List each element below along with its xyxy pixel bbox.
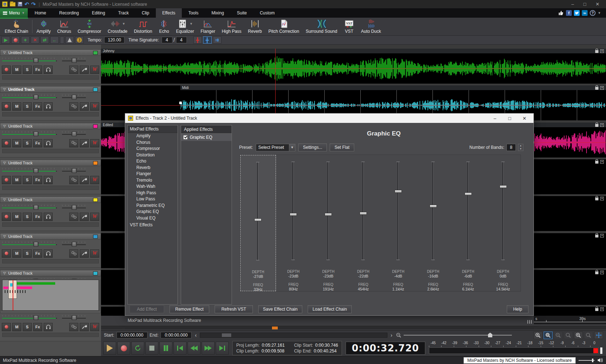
mute-button[interactable]: M: [12, 139, 21, 147]
lock-icon[interactable]: [595, 308, 598, 311]
eq-band[interactable]: DEPTH -4dB FREQ 1.1kHz: [381, 155, 416, 291]
equalizer[interactable]: ▼ Equalizer: [173, 18, 197, 35]
speaker-icon[interactable]: [597, 358, 603, 363]
volume-slider[interactable]: [2, 315, 57, 320]
monitor-button[interactable]: [44, 139, 53, 147]
toolbar-button[interactable]: 3: [75, 36, 84, 44]
eq-slider-handle[interactable]: [325, 213, 332, 216]
solo-button[interactable]: S: [23, 66, 32, 74]
refresh-vst-button[interactable]: Refresh VST: [215, 305, 253, 313]
chevron-down-icon[interactable]: ▼: [598, 11, 601, 15]
waveform-view-button[interactable]: W: [90, 249, 99, 258]
load-effect-chain-button[interactable]: Load Effect Chain: [308, 305, 352, 313]
volume-slider-handle[interactable]: [33, 95, 39, 99]
compressor[interactable]: Compressor: [74, 18, 104, 35]
volume-slider[interactable]: [2, 94, 57, 99]
pan-slider[interactable]: [62, 315, 86, 320]
remove-icon[interactable]: ✕: [600, 307, 604, 311]
effects-list-item[interactable]: Reverb: [128, 165, 177, 171]
track-title-bar[interactable]: ▽ Untitled Track: [0, 233, 101, 240]
arm-record-button[interactable]: [2, 66, 11, 74]
track-tools-button[interactable]: [80, 323, 89, 331]
effects-list-item[interactable]: Chorus: [128, 139, 177, 146]
toolbar-button[interactable]: +: [21, 36, 30, 44]
menu-tab[interactable]: Editing: [85, 8, 112, 18]
volume-slider-handle[interactable]: [33, 315, 39, 320]
lock-icon[interactable]: [595, 235, 598, 238]
track-title-bar[interactable]: ▽ Untitled Track: [0, 49, 101, 56]
effects-list-item[interactable]: Wah-Wah: [128, 183, 177, 190]
menu-tab[interactable]: Clip: [135, 8, 156, 18]
record-button[interactable]: [117, 342, 130, 355]
flanger[interactable]: Flanger: [197, 18, 219, 35]
undo-icon[interactable]: ↶: [25, 1, 29, 8]
toolbar-button[interactable]: ⇄: [40, 36, 49, 44]
time-signature-numerator[interactable]: 4: [162, 37, 172, 43]
number-of-bands-field[interactable]: 8: [506, 144, 516, 151]
pan-slider-handle[interactable]: [71, 168, 77, 173]
surround-sound[interactable]: Surround Sound: [302, 18, 340, 35]
track-settings-button[interactable]: [69, 323, 78, 331]
close-button[interactable]: ✕: [596, 1, 600, 7]
collapse-icon[interactable]: ▽: [3, 88, 6, 91]
monitor-button[interactable]: [44, 176, 53, 184]
volume-slider-handle[interactable]: [33, 168, 39, 173]
add-effect-button[interactable]: Add Effect: [129, 305, 164, 313]
chevron-down-icon[interactable]: ▼: [289, 144, 295, 151]
pan-slider[interactable]: [62, 241, 86, 247]
eq-band[interactable]: DEPTH -27dB FREQ 33Hz: [240, 155, 276, 291]
chorus[interactable]: Chorus: [54, 18, 75, 35]
collapse-icon[interactable]: ▽: [3, 198, 6, 201]
pan-slider-handle[interactable]: [71, 205, 77, 210]
volume-slider[interactable]: [2, 131, 57, 136]
eq-slider-handle[interactable]: [360, 212, 367, 215]
pan-slider[interactable]: [62, 205, 86, 210]
rewind-button[interactable]: [188, 342, 201, 355]
mute-button[interactable]: M: [12, 213, 21, 221]
zoom-slider[interactable]: [404, 333, 512, 338]
arm-record-button[interactable]: [2, 213, 11, 221]
effects-list-item[interactable]: Amplify: [128, 133, 177, 139]
menu-tab[interactable]: Home: [28, 8, 53, 18]
effects-list-item[interactable]: Compressor: [128, 146, 177, 152]
collapse-icon[interactable]: ▽: [3, 51, 6, 54]
mute-button[interactable]: M: [12, 66, 21, 74]
solo-button[interactable]: S: [23, 249, 32, 258]
volume-slider[interactable]: [2, 58, 57, 63]
timeline-scrollbar-thumb[interactable]: [272, 327, 278, 329]
applied-effect-row[interactable]: Graphic EQ: [181, 134, 232, 141]
track-tools-button[interactable]: [80, 249, 89, 258]
remove-icon[interactable]: ✕: [600, 271, 604, 274]
track-color-chip[interactable]: [93, 161, 98, 165]
remove-icon[interactable]: ✕: [600, 160, 604, 164]
collapse-icon[interactable]: ▽: [3, 124, 6, 128]
volume-slider[interactable]: [2, 205, 57, 210]
eq-band[interactable]: DEPTH -23dB FREQ 191Hz: [311, 155, 346, 291]
toolbar-button[interactable]: [60, 36, 64, 44]
settings-button[interactable]: Settings...: [298, 143, 327, 151]
mute-button[interactable]: M: [12, 102, 21, 111]
track-color-chip[interactable]: [93, 235, 98, 239]
minimize-button[interactable]: –: [571, 1, 574, 7]
monitor-button[interactable]: [44, 249, 53, 258]
waveform-view-button[interactable]: W: [90, 213, 99, 221]
eq-slider-handle[interactable]: [465, 192, 472, 195]
timeline-ruler[interactable]: s 39s: [534, 316, 606, 324]
stop-button[interactable]: [145, 342, 158, 355]
eq-slider-handle[interactable]: [500, 185, 507, 188]
save-project-icon[interactable]: [18, 2, 22, 6]
start-time-field[interactable]: 0:00:00.000: [117, 332, 148, 338]
track-color-chip[interactable]: [93, 271, 98, 275]
twitter-icon[interactable]: [574, 10, 580, 16]
high-pass[interactable]: High Pass: [219, 18, 245, 35]
remove-icon[interactable]: ✕: [600, 123, 604, 127]
zoom-slider-handle[interactable]: [488, 333, 492, 337]
monitor-button[interactable]: [44, 213, 53, 221]
fast-forward-button[interactable]: [202, 342, 215, 355]
toolbar-button[interactable]: ╋: [203, 36, 212, 44]
track-title-bar[interactable]: ▽ Untitled Track: [0, 123, 101, 129]
track-color-chip[interactable]: [93, 51, 98, 55]
arm-record-button[interactable]: [2, 323, 11, 331]
mute-button[interactable]: M: [12, 249, 21, 258]
help-icon[interactable]: ?: [590, 10, 596, 16]
